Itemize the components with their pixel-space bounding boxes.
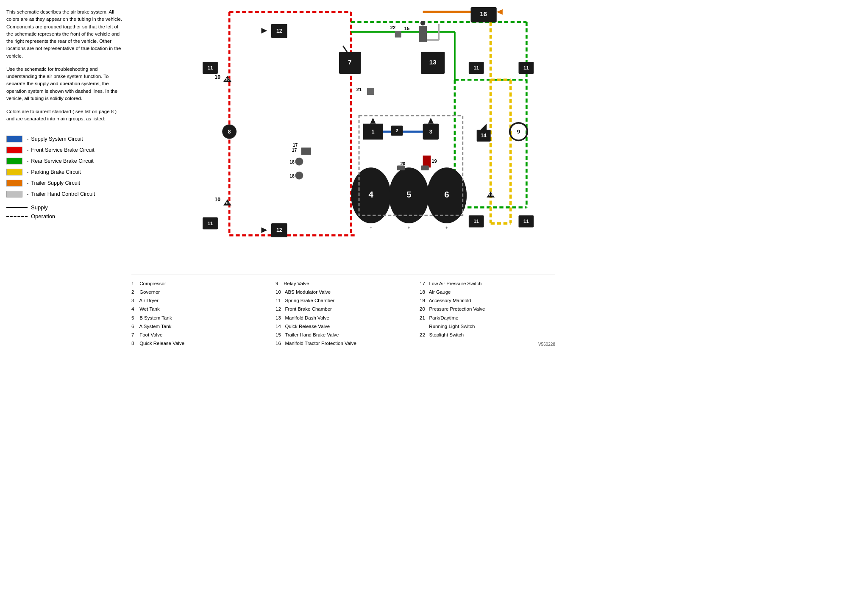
legend-item-3: - Parking Brake Circuit	[6, 169, 125, 175]
component-item: 21 Park/Daytime	[420, 314, 555, 322]
description-para1: This schematic describes the air brake s…	[6, 8, 125, 60]
svg-text:12: 12	[276, 227, 282, 233]
component-item: Running Light Switch	[420, 322, 555, 331]
svg-text:+: +	[445, 225, 448, 230]
svg-rect-96	[395, 31, 401, 37]
component-item: 4 Wet Tank	[131, 305, 267, 313]
line-legend: Supply Operation	[6, 204, 125, 220]
svg-text:7: 7	[348, 58, 351, 66]
svg-text:19: 19	[431, 158, 437, 164]
page-container: This schematic describes the air brake s…	[0, 0, 555, 364]
component-item: 20 Pressure Protection Valve	[420, 305, 555, 313]
operation-line-item: Operation	[6, 213, 125, 220]
legend-circuit-label: Trailer Hand Control Circuit	[31, 191, 95, 197]
component-item: 13 Manifold Dash Valve	[275, 314, 411, 322]
svg-rect-92	[421, 166, 429, 170]
left-panel: This schematic describes the air brake s…	[0, 0, 131, 364]
svg-text:10: 10	[214, 74, 220, 80]
component-item: 18 Air Gauge	[420, 288, 555, 296]
component-item: 11 Spring Brake Chamber	[275, 296, 411, 305]
svg-text:14: 14	[481, 133, 487, 139]
legend-color-swatch	[6, 169, 22, 175]
svg-text:3: 3	[429, 128, 432, 135]
svg-text:18: 18	[289, 160, 295, 164]
svg-text:11: 11	[523, 65, 529, 70]
svg-text:11: 11	[473, 219, 479, 224]
svg-text:13: 13	[429, 58, 437, 66]
dashed-line-icon	[6, 216, 28, 217]
supply-line-item: Supply	[6, 204, 125, 211]
svg-text:16: 16	[480, 10, 487, 17]
component-col-3: 17 Low Air Pressure Switch 18 Air Gauge …	[420, 279, 555, 348]
svg-text:17: 17	[293, 143, 298, 147]
legend-circuit-label: Trailer Supply Circuit	[31, 180, 80, 186]
svg-text:8: 8	[228, 129, 231, 135]
description-para3: Colors are to current standard ( see lis…	[6, 108, 125, 123]
legend-item-4: - Trailer Supply Circuit	[6, 180, 125, 186]
legend-color-swatch	[6, 136, 22, 142]
svg-text:10: 10	[225, 200, 229, 205]
svg-text:4: 4	[369, 189, 374, 199]
component-item: 5 B System Tank	[131, 314, 267, 322]
component-item: 14 Quick Release Valve	[275, 322, 411, 331]
component-item: 15 Trailer Hand Brake Valve	[275, 331, 411, 339]
component-item: 12 Front Brake Chamber	[275, 305, 411, 313]
component-list: 1 Compressor 2 Governor 3 Air Dryer 4 We…	[131, 275, 555, 350]
legend-color-swatch	[6, 191, 22, 197]
svg-text:20: 20	[401, 161, 406, 166]
svg-text:18: 18	[289, 174, 295, 178]
svg-text:1: 1	[371, 128, 374, 135]
svg-text:15: 15	[404, 26, 410, 31]
diagram-area: 4 + 5 + 6 + 1 2 3	[131, 0, 555, 364]
legend-dash-separator: -	[27, 136, 28, 142]
svg-rect-82	[301, 147, 312, 155]
svg-text:+: +	[370, 225, 372, 230]
legend-section: - Supply System Circuit - Front Service …	[6, 136, 125, 220]
svg-text:11: 11	[473, 65, 479, 70]
legend-circuit-label: Supply System Circuit	[31, 136, 83, 142]
svg-text:11: 11	[208, 221, 213, 226]
component-item: 3 Air Dryer	[131, 296, 267, 305]
component-item: 7 Foot Valve	[131, 331, 267, 339]
svg-text:10: 10	[488, 192, 492, 197]
legend-circuit-label: Front Service Brake Circuit	[31, 147, 94, 153]
component-item: 8 Quick Release Valve	[131, 339, 267, 348]
version-tag: V560228	[420, 341, 555, 348]
svg-point-87	[295, 172, 303, 180]
legend-color-swatch	[6, 158, 22, 164]
svg-text:21: 21	[356, 87, 362, 92]
solid-line-icon	[6, 207, 28, 208]
svg-point-51	[420, 21, 425, 25]
component-item: 16 Manifold Tractor Protection Valve	[275, 339, 411, 348]
legend-dash-separator: -	[27, 180, 28, 186]
legend-item-1: - Front Service Brake Circuit	[6, 147, 125, 153]
legend-circuit-label: Parking Brake Circuit	[31, 169, 81, 175]
legend-dash-separator: -	[27, 158, 28, 164]
svg-rect-94	[367, 88, 374, 95]
schematic-svg: 4 + 5 + 6 + 1 2 3	[131, 0, 547, 271]
svg-text:5: 5	[406, 189, 412, 199]
component-col-1: 1 Compressor 2 Governor 3 Air Dryer 4 We…	[131, 279, 275, 348]
svg-text:2: 2	[395, 128, 398, 133]
legend-dash-separator: -	[27, 169, 28, 175]
svg-text:9: 9	[517, 128, 520, 135]
svg-text:17: 17	[292, 148, 297, 153]
component-item: 1 Compressor	[131, 279, 267, 288]
legend-dash-separator: -	[27, 191, 28, 197]
svg-rect-50	[419, 26, 427, 42]
component-col-2: 9 Relay Valve 10 ABS Modulator Valve 11 …	[275, 279, 420, 348]
legend-item-0: - Supply System Circuit	[6, 136, 125, 142]
svg-rect-91	[397, 166, 405, 170]
supply-line-label: Supply	[31, 204, 48, 211]
svg-text:12: 12	[276, 28, 282, 34]
svg-text:10: 10	[214, 197, 220, 203]
svg-text:10: 10	[225, 77, 229, 81]
component-item: 17 Low Air Pressure Switch	[420, 279, 555, 288]
svg-rect-0	[144, 0, 534, 271]
operation-line-label: Operation	[31, 213, 55, 220]
svg-point-85	[295, 158, 303, 166]
description-para2: Use the schematic for troubleshooting an…	[6, 66, 125, 102]
component-item: 10 ABS Modulator Valve	[275, 288, 411, 296]
legend-dash-separator: -	[27, 147, 28, 153]
component-item: 22 Stoplight Switch	[420, 331, 555, 339]
